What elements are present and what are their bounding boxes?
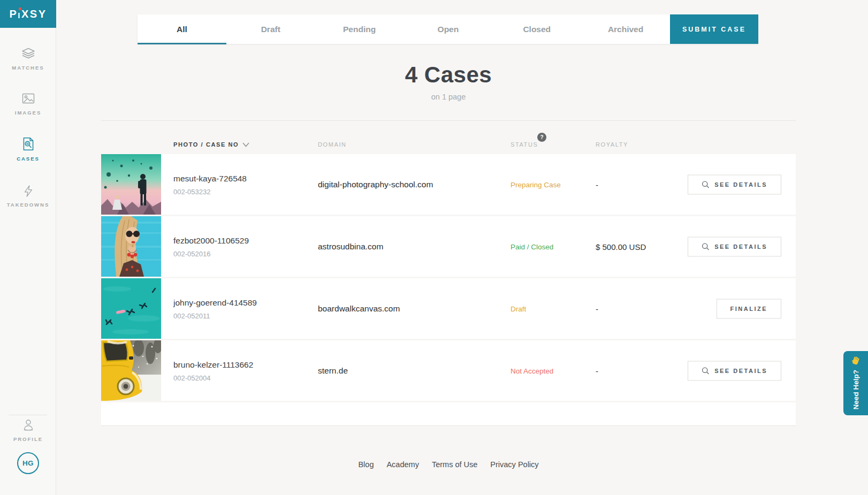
case-number: 002-052004: [173, 374, 253, 382]
case-thumbnail[interactable]: [101, 278, 161, 339]
logo-text: PIXSY: [9, 8, 47, 20]
status-help-icon[interactable]: ?: [537, 133, 546, 142]
case-status: Draft: [511, 304, 526, 313]
need-help-tab[interactable]: Need Help?: [843, 351, 868, 415]
case-number: 002-052011: [173, 311, 257, 319]
finalize-button[interactable]: FINALIZE: [717, 299, 782, 318]
image-icon: [21, 91, 36, 106]
case-domain: stern.de: [318, 366, 348, 376]
lightning-icon: [21, 184, 35, 198]
table-row: mesut-kaya-726548 002-053232 digital-pho…: [101, 154, 796, 215]
case-status: Not Accepted: [511, 367, 553, 375]
tab-all[interactable]: All: [138, 14, 226, 44]
thumbnail-portrait: [101, 216, 161, 277]
case-status: Paid / Closed: [511, 242, 553, 250]
column-domain: DOMAIN: [318, 141, 347, 148]
tab-draft[interactable]: Draft: [226, 14, 315, 44]
case-name: bruno-kelzer-1113662: [173, 360, 253, 369]
page-title: 4 Cases: [101, 62, 796, 88]
waving-hand-icon: [851, 356, 861, 365]
case-number: 002-052016: [173, 249, 249, 257]
cases-table: PHOTO / CASE NO DOMAIN STATUS ? ROYALTY: [101, 120, 796, 426]
case-name: mesut-kaya-726548: [173, 173, 247, 183]
layers-icon: [21, 46, 36, 61]
sidebar-item-matches[interactable]: MATCHES: [0, 46, 56, 71]
footer-link-privacy[interactable]: Privacy Policy: [490, 460, 538, 469]
footer-links: Blog Academy Terms of Use Privacy Policy: [101, 460, 796, 469]
table-header: PHOTO / CASE NO DOMAIN STATUS ? ROYALTY: [101, 121, 796, 154]
sidebar-divider: [9, 415, 47, 415]
case-domain: boardwalkcanvas.com: [318, 304, 400, 314]
column-photo-case-no[interactable]: PHOTO / CASE NO: [173, 141, 249, 148]
magnifier-icon: [702, 180, 710, 188]
case-thumbnail[interactable]: [101, 154, 161, 215]
thumbnail-beetle: [101, 340, 161, 401]
see-details-button[interactable]: SEE DETAILS: [688, 361, 781, 380]
table-row: bruno-kelzer-1113662 002-052004 stern.de…: [101, 340, 796, 401]
case-name: fezbot2000-1106529: [173, 235, 249, 245]
column-royalty: ROYALTY: [596, 141, 628, 148]
magnifier-icon: [702, 242, 710, 250]
case-thumbnail[interactable]: [101, 340, 161, 401]
footer-link-terms[interactable]: Terms of Use: [432, 460, 477, 469]
case-royalty: -: [596, 304, 598, 313]
column-status: STATUS ?: [511, 141, 538, 148]
table-row: fezbot2000-1106529 002-052016 astrosudbi…: [101, 216, 796, 277]
table-footer-spacer: [101, 402, 796, 426]
pixsy-logo[interactable]: PIXSY: [0, 0, 56, 28]
profile-icon: [21, 417, 36, 432]
sidebar-item-profile[interactable]: PROFILE: [0, 417, 56, 442]
tab-pending[interactable]: Pending: [315, 14, 404, 44]
case-number: 002-053232: [173, 187, 247, 195]
tab-closed[interactable]: Closed: [492, 14, 581, 44]
submit-case-button[interactable]: SUBMIT CASE: [670, 14, 758, 44]
sidebar-item-takedowns[interactable]: TAKEDOWNS: [0, 184, 56, 208]
case-royalty: -: [596, 180, 598, 189]
tab-archived[interactable]: Archived: [581, 14, 670, 44]
case-royalty: -: [596, 366, 598, 375]
see-details-button[interactable]: SEE DETAILS: [688, 174, 781, 194]
case-thumbnail[interactable]: [101, 216, 161, 277]
case-filter-tabs: All Draft Pending Open Closed Archived S…: [138, 14, 758, 44]
table-row: johny-goerend-414589 002-052011 boardwal…: [101, 278, 796, 339]
thumbnail-ocean: [101, 278, 161, 339]
main-content: All Draft Pending Open Closed Archived S…: [56, 0, 868, 495]
footer-link-academy[interactable]: Academy: [386, 460, 418, 469]
avatar[interactable]: HG: [17, 452, 39, 474]
sidebar: PIXSY MATCHES IMAGES CASES: [0, 0, 56, 495]
sidebar-item-cases[interactable]: CASES: [0, 136, 56, 162]
case-domain: astrosudbina.com: [318, 242, 383, 252]
case-status: Preparing Case: [511, 180, 561, 188]
thumbnail-balloons: [101, 154, 161, 215]
page-subtitle: on 1 page: [101, 93, 796, 101]
tab-open[interactable]: Open: [403, 14, 492, 44]
footer-link-blog[interactable]: Blog: [358, 460, 374, 469]
sidebar-item-images[interactable]: IMAGES: [0, 91, 56, 116]
case-document-icon: [20, 136, 36, 152]
case-name: johny-goerend-414589: [173, 298, 257, 307]
case-domain: digital-photography-school.com: [318, 180, 433, 189]
case-royalty: $ 500.00 USD: [596, 242, 646, 251]
logo-dot: [19, 7, 21, 10]
magnifier-icon: [702, 367, 710, 375]
chevron-down-icon: [242, 142, 249, 147]
see-details-button[interactable]: SEE DETAILS: [688, 237, 781, 256]
